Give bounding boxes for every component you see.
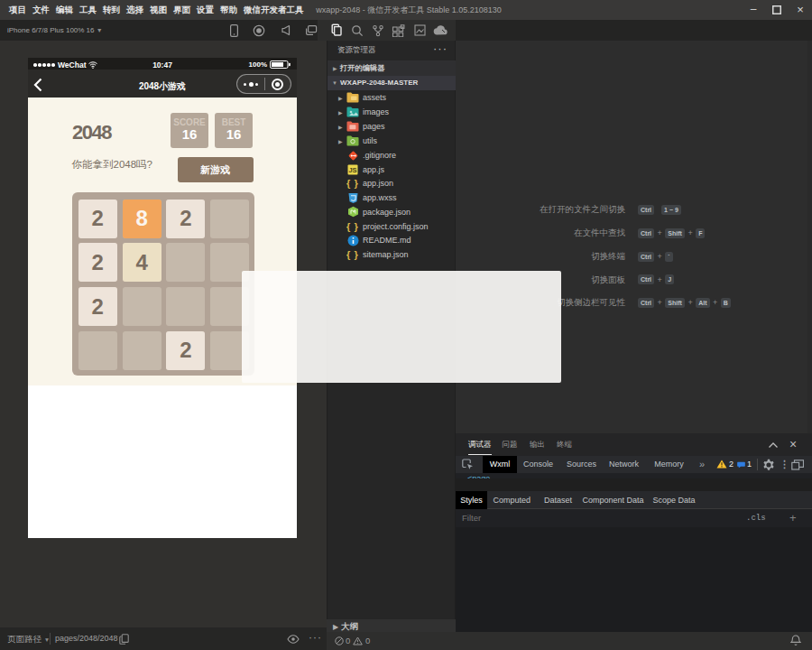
svg-text:JS: JS xyxy=(348,166,356,174)
